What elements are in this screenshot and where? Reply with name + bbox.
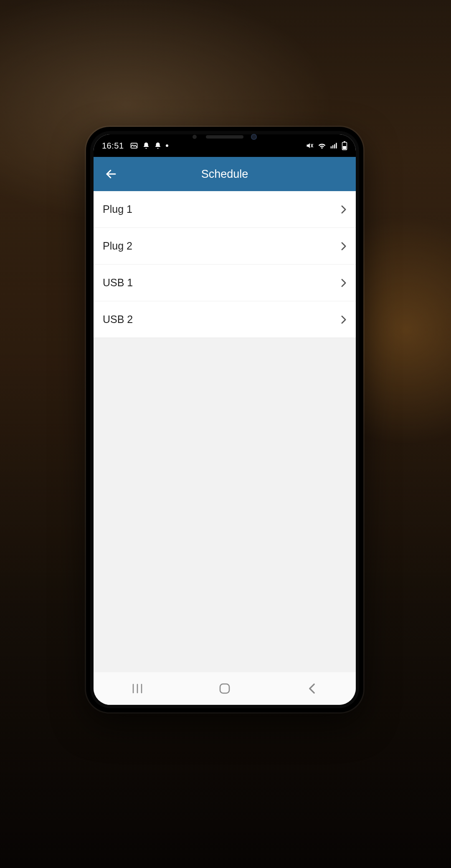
back-button[interactable] [99, 157, 123, 191]
app-bar: Schedule [94, 157, 356, 191]
svg-rect-14 [220, 684, 229, 693]
page-title: Schedule [201, 168, 248, 181]
list-item-usb-2[interactable]: USB 2 [94, 301, 356, 338]
phone-sensors [162, 133, 287, 141]
home-icon [219, 683, 231, 694]
svg-rect-5 [334, 144, 335, 149]
list-item-label: USB 1 [103, 277, 133, 289]
battery-icon [342, 141, 347, 150]
recents-icon [131, 683, 144, 694]
chevron-right-icon [341, 278, 347, 288]
list-item-label: USB 2 [103, 313, 133, 326]
image-icon [130, 141, 138, 150]
arrow-left-icon [105, 168, 117, 180]
recents-button[interactable] [112, 683, 162, 694]
back-nav-icon [308, 683, 316, 694]
svg-rect-4 [332, 145, 334, 149]
wifi-icon [317, 141, 327, 150]
svg-rect-6 [336, 143, 337, 148]
svg-rect-8 [344, 141, 345, 143]
notification-bell-icon [154, 142, 162, 149]
list-item-label: Plug 2 [103, 240, 132, 252]
chevron-right-icon [341, 205, 347, 214]
phone-screen: 16:51 [94, 134, 356, 705]
list-item-plug-1[interactable]: Plug 1 [94, 191, 356, 228]
svg-rect-3 [331, 146, 332, 149]
status-clock: 16:51 [102, 141, 124, 151]
android-navigation-bar [94, 672, 356, 705]
mute-vibrate-icon [306, 141, 314, 150]
signal-icon [330, 141, 338, 150]
phone-frame: 16:51 [86, 127, 363, 712]
home-button[interactable] [200, 683, 250, 694]
list-item-usb-1[interactable]: USB 1 [94, 265, 356, 301]
list-item-plug-2[interactable]: Plug 2 [94, 228, 356, 265]
notification-bell-icon [142, 142, 150, 149]
svg-rect-9 [343, 146, 346, 149]
more-notifications-dot-icon [166, 144, 168, 147]
schedule-list: Plug 1 Plug 2 USB 1 [94, 191, 356, 338]
chevron-right-icon [341, 315, 347, 324]
list-item-label: Plug 1 [103, 203, 132, 215]
chevron-right-icon [341, 242, 347, 251]
back-nav-button[interactable] [287, 683, 337, 694]
empty-content-area [94, 338, 356, 672]
